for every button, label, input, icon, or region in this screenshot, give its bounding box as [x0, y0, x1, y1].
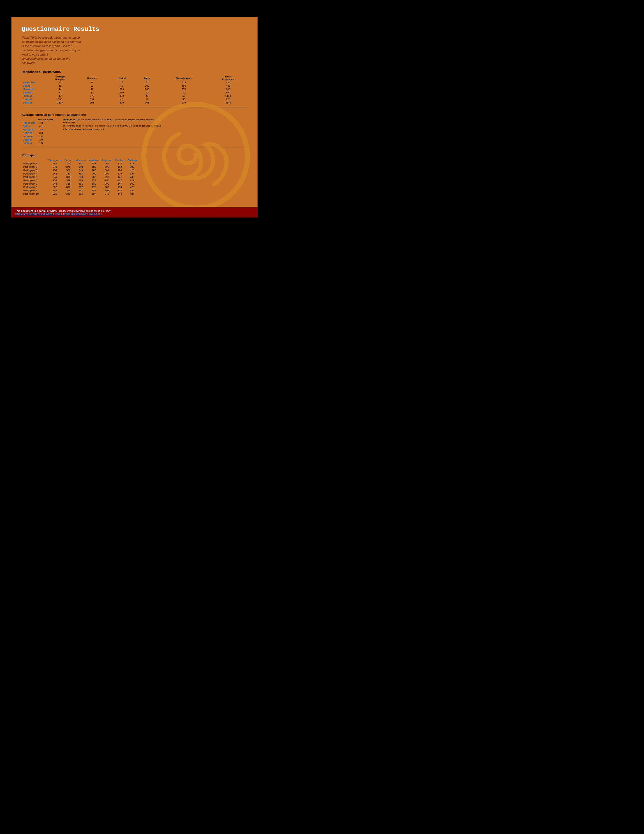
participant-col-con: Control: [113, 158, 126, 162]
responses-row-sd: 535: [44, 98, 76, 101]
avg-row-label[interactable]: Control: [22, 138, 36, 141]
participant-row-ana: 178: [87, 186, 100, 189]
main-card: Questionnaire Results *Read This: Do Not…: [11, 17, 258, 207]
footer-link[interactable]: https://flevy.com/browse/document/sipoc-…: [15, 212, 102, 215]
responses-row-label[interactable]: Sustain: [22, 101, 44, 104]
responses-row-nbr: 1110: [208, 94, 248, 98]
responses-row-n: 239: [108, 91, 136, 94]
participant-row-name: Participant 1: [22, 162, 47, 165]
participant-row-def: 380: [63, 172, 74, 175]
participant-row-rec: 243: [47, 165, 63, 169]
participant-row-mea: 343: [74, 169, 88, 172]
participant-col-name: [22, 158, 47, 162]
participant-row-sus: 619: [126, 179, 139, 182]
footer: This document is a partial preview. Full…: [11, 207, 258, 217]
responses-row-nbr: 900: [208, 87, 248, 91]
responses-row-sd: 3307: [44, 101, 76, 104]
table-row: Recognize 4.2: [22, 121, 54, 124]
participant-row-mea: 348: [74, 162, 88, 165]
participant-row-mea: 337: [74, 186, 88, 189]
responses-row-label[interactable]: Recognize: [22, 81, 44, 84]
responses-row-label[interactable]: Analyze: [22, 91, 44, 94]
participant-row-con: 174: [113, 169, 126, 172]
avg-row-label[interactable]: Sustain: [22, 141, 36, 145]
footer-full-text: Full document download can be found on F…: [58, 210, 111, 212]
responses-row-a: 49: [136, 98, 159, 101]
responses-row-n: 489: [108, 94, 136, 98]
responses-row-d: 33: [76, 91, 108, 94]
avg-row-label[interactable]: Measure: [22, 128, 36, 131]
participant-row-imp: 290: [100, 179, 113, 182]
table-row: Participant 10 231 380 336 187 278 144 4…: [22, 192, 139, 196]
responses-row-nbr: 4140: [208, 101, 248, 104]
responses-col-label: [22, 75, 44, 81]
table-row: Participant 5 245 398 333 206 298 171 44…: [22, 175, 139, 179]
table-row: Participant 3 238 376 343 183 301 174 42…: [22, 169, 139, 172]
responses-row-label[interactable]: Measure: [22, 87, 44, 91]
responses-table: StronglyDisagree Disagree Neutral Agree …: [22, 75, 248, 104]
responses-row-nbr: 920: [208, 98, 248, 101]
page-wrapper: Questionnaire Results *Read This: Do Not…: [0, 0, 644, 834]
avg-layout: Average Score Recognize 4.2 Define 4.1 M…: [22, 118, 248, 145]
participant-row-con: 171: [113, 175, 126, 179]
participant-row-def: 398: [63, 175, 74, 179]
participant-row-def: 390: [63, 162, 74, 165]
responses-row-label[interactable]: Define: [22, 84, 44, 87]
responses-row-nbr: 540: [208, 81, 248, 84]
responses-col-sd: StronglyDisagree: [44, 75, 76, 81]
table-row: Define 4.1: [22, 124, 54, 128]
card-subtitle: *Read This: Do Not edit these results, t…: [22, 36, 83, 65]
participant-row-imp: 291: [100, 189, 113, 192]
responses-row-d: 53: [76, 84, 108, 87]
avg-row-score: 3.3: [36, 131, 54, 135]
participant-row-con: 113: [113, 189, 126, 192]
responses-row-sd: 27: [44, 81, 76, 84]
participant-row-sus: 443: [126, 175, 139, 179]
table-row: Improve 2.4: [22, 135, 54, 138]
participant-row-name: Participant 10: [22, 192, 47, 196]
avg-row-label[interactable]: Improve: [22, 135, 36, 138]
table-row: Measure 44 42 279 265 276 900: [22, 87, 248, 91]
avg-row-score: 2.4: [36, 135, 54, 138]
responses-row-label[interactable]: Improve: [22, 94, 44, 98]
participant-row-con: 179: [113, 172, 126, 175]
table-row: Participant 2 243 371 343 180 295 183 39…: [22, 165, 139, 169]
responses-row-sa: 49: [159, 94, 209, 98]
responses-row-sd: 41: [44, 84, 76, 87]
participant-row-sus: 428: [126, 169, 139, 172]
participant-row-sus: 396: [126, 165, 139, 169]
responses-row-n: 279: [108, 87, 136, 91]
responses-row-d: 399: [76, 98, 108, 101]
footer-partial-text: This document is a partial preview.: [15, 210, 57, 212]
participant-row-mea: 336: [74, 192, 88, 196]
participant-row-imp: 295: [100, 165, 113, 169]
participant-row-imp: 289: [100, 186, 113, 189]
responses-row-n: 48: [108, 98, 136, 101]
avg-row-score: 1.9: [36, 138, 54, 141]
avg-row-score: 4.2: [36, 121, 54, 124]
avg-row-label[interactable]: Analyze: [22, 131, 36, 135]
responses-row-a: 219: [136, 91, 159, 94]
participant-row-ana: 183: [87, 169, 100, 172]
participant-row-con: 144: [113, 192, 126, 196]
responses-row-sa: 276: [159, 87, 209, 91]
participant-row-rec: 254: [47, 179, 63, 182]
responses-row-a: 396: [136, 101, 159, 104]
participant-col-rec: Recognize: [47, 158, 63, 162]
participant-row-sus: 456: [126, 189, 139, 192]
participant-row-def: 349: [63, 179, 74, 182]
responses-row-sa: 30: [159, 98, 209, 101]
responses-row-label[interactable]: Control: [22, 98, 44, 101]
participant-col-imp: Improve: [100, 158, 113, 162]
responses-row-sd: 44: [44, 87, 76, 91]
avg-row-label[interactable]: Define: [22, 124, 36, 128]
avg-row-label[interactable]: Recognize: [22, 121, 36, 124]
participant-row-con: 168: [113, 186, 126, 189]
participant-row-imp: 264: [100, 162, 113, 165]
participant-row-mea: 343: [74, 165, 88, 169]
participant-row-sus: 624: [126, 172, 139, 175]
participant-section-title: Participant: [22, 154, 248, 157]
participant-section: Participant Recognize Define Measure Ana…: [22, 154, 248, 196]
table-row: Analyze 30 33 239 219 39 590: [22, 91, 248, 94]
participant-row-ana: 180: [87, 182, 100, 186]
